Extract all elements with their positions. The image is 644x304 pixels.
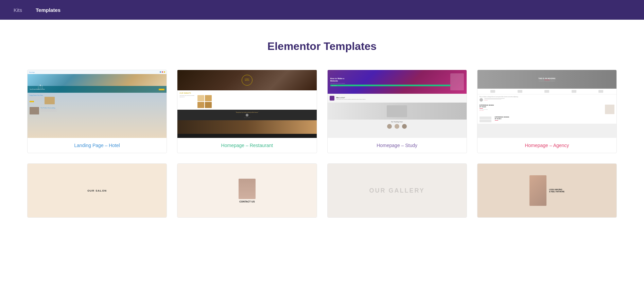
template-card-beauty[interactable]: LOOK AMAZING & FEEL FAR MORE	[477, 163, 617, 218]
gallery-text: OUR GALLERY	[369, 187, 424, 194]
salon-text: OUR SALON	[87, 189, 107, 192]
mockup-study: How to Make aWebsite Lorem ipsum dolor s…	[328, 70, 467, 138]
page-title: Elementor Templates	[27, 40, 617, 53]
contact-text: CONTACT US	[239, 200, 255, 203]
template-card-gallery[interactable]: OUR GALLERY	[327, 163, 467, 218]
thumbnail-gallery: OUR GALLERY	[328, 164, 467, 217]
main-content: Elementor Templates Your logo	[0, 20, 644, 231]
thumbnail-restaurant: DONALDPASSION OUR SWEETS Lorem ipsum dol…	[177, 70, 316, 138]
mockup-salon: OUR SALON	[28, 164, 167, 217]
template-card-hotel[interactable]: Your logo	[27, 70, 167, 153]
template-card-contact[interactable]: CONTACT US	[177, 163, 317, 218]
template-label-agency: Homepage – Agency	[477, 138, 616, 153]
template-card-agency[interactable]: THIS IS AN HEADING Lorem ipsum dolor sit…	[477, 70, 617, 153]
template-label-hotel: Landing Page – Hotel	[28, 138, 167, 153]
template-label-study: Homepage – Study	[328, 138, 467, 153]
thumbnail-hotel: Your logo	[28, 70, 167, 138]
thumbnail-agency: THIS IS AN HEADING Lorem ipsum dolor sit…	[477, 70, 616, 138]
template-card-salon[interactable]: OUR SALON	[27, 163, 167, 218]
template-card-study[interactable]: How to Make aWebsite Lorem ipsum dolor s…	[327, 70, 467, 153]
templates-grid-row1: Your logo	[27, 70, 617, 153]
header: Kits Templates	[0, 0, 644, 20]
template-card-restaurant[interactable]: DONALDPASSION OUR SWEETS Lorem ipsum dol…	[177, 70, 317, 153]
mockup-hotel: Your logo	[28, 70, 167, 138]
thumbnail-salon: OUR SALON	[28, 164, 167, 217]
mockup-gallery: OUR GALLERY	[328, 164, 467, 217]
mockup-contact: CONTACT US	[177, 164, 316, 217]
nav-item-templates[interactable]: Templates	[36, 7, 60, 13]
thumbnail-study: How to Make aWebsite Lorem ipsum dolor s…	[328, 70, 467, 138]
nav-item-kits[interactable]: Kits	[14, 7, 22, 13]
templates-grid-row2: OUR SALON CONTACT US OUR GALLERY	[27, 163, 617, 218]
thumbnail-beauty: LOOK AMAZING & FEEL FAR MORE	[477, 164, 616, 217]
mockup-agency: THIS IS AN HEADING Lorem ipsum dolor sit…	[477, 70, 616, 138]
mockup-restaurant: DONALDPASSION OUR SWEETS Lorem ipsum dol…	[177, 70, 316, 138]
mockup-beauty: LOOK AMAZING & FEEL FAR MORE	[477, 164, 616, 217]
contact-person-image	[239, 179, 256, 199]
thumbnail-contact: CONTACT US	[177, 164, 316, 217]
template-label-restaurant: Homepage – Restaurant	[177, 138, 316, 153]
